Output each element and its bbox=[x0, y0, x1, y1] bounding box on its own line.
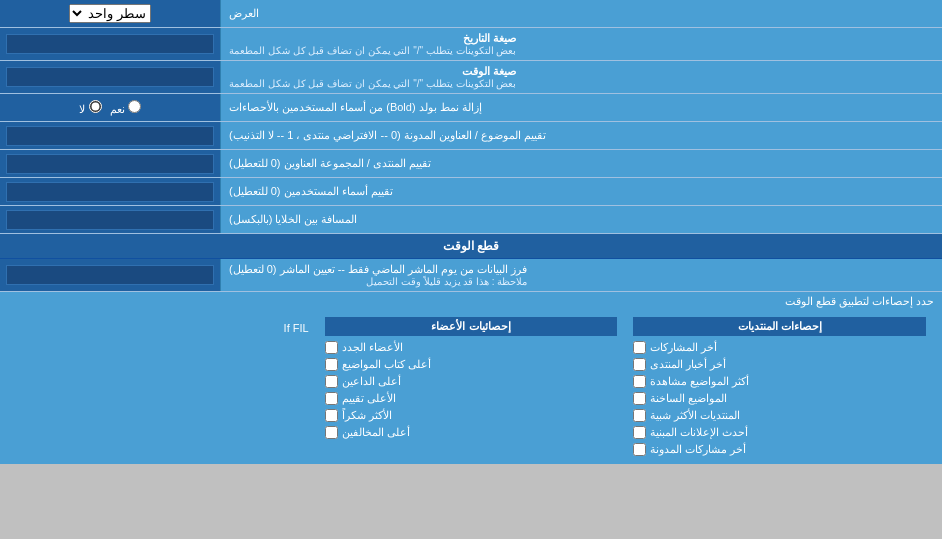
user-sort-input-area: 0 bbox=[0, 178, 220, 205]
bold-remove-row: إزالة نمط بولد (Bold) من أسماء المستخدمي… bbox=[0, 94, 942, 122]
col3-label: If FIL bbox=[284, 322, 309, 334]
topic-sort-input[interactable]: 33 bbox=[6, 126, 214, 146]
time-format-label: صيغة الوقت بعض التكوينات يتطلب "/" التي … bbox=[220, 61, 942, 93]
member-top-posters: أعلى الداعين bbox=[325, 373, 618, 390]
cb-top-posters[interactable] bbox=[325, 375, 338, 388]
cb-last-news[interactable] bbox=[633, 358, 646, 371]
bold-remove-input-area: نعم لا bbox=[0, 94, 220, 121]
cutoff-sublabel: ملاحظة : هذا قد يزيد قليلاً وقت التحميل bbox=[229, 276, 527, 287]
topic-sort-label: تقييم الموضوع / العناوين المدونة (0 -- ا… bbox=[220, 122, 942, 149]
forum-blog-posts: أخر مشاركات المدونة bbox=[633, 441, 926, 458]
bold-remove-text: إزالة نمط بولد (Bold) من أسماء المستخدمي… bbox=[229, 101, 482, 114]
forum-sort-input-area: 33 bbox=[0, 150, 220, 177]
item-spacing-row: المسافة بين الخلايا (بالبكسل) 2 bbox=[0, 206, 942, 234]
cb-hot-topics[interactable] bbox=[633, 392, 646, 405]
bottom-cutoff-label: حدد إحصاءات لتطبيق قطع الوقت bbox=[785, 295, 934, 307]
date-format-input-area: d-m bbox=[0, 28, 220, 60]
radio-no[interactable] bbox=[89, 100, 102, 113]
forum-latest-announcements: أحدث الإعلانات المبنية bbox=[633, 424, 926, 441]
cb-announcements[interactable] bbox=[633, 426, 646, 439]
cutoff-section-title: قطع الوقت bbox=[443, 239, 499, 253]
header-text: العرض bbox=[229, 7, 259, 20]
forum-last-posts: أخر المشاركات bbox=[633, 339, 926, 356]
item-spacing-input[interactable]: 2 bbox=[6, 210, 214, 230]
cutoff-row: فرز البيانات من يوم الماشر الماضي فقط --… bbox=[0, 259, 942, 292]
checkbox-col-forums: إحصاءات المنتديات أخر المشاركات أخر أخبا… bbox=[625, 315, 934, 460]
forum-hot-topics: المواضيع الساخنة bbox=[633, 390, 926, 407]
member-top-violators: أعلى المخالفين bbox=[325, 424, 618, 441]
cutoff-input-area: 0 bbox=[0, 259, 220, 291]
cb-top-rated[interactable] bbox=[325, 392, 338, 405]
user-sort-row: تقييم أسماء المستخدمين (0 للتعطيل) 0 bbox=[0, 178, 942, 206]
user-sort-label: تقييم أسماء المستخدمين (0 للتعطيل) bbox=[220, 178, 942, 205]
cb-last-posts[interactable] bbox=[633, 341, 646, 354]
date-format-text: صيغة التاريخ bbox=[229, 32, 516, 45]
cb-blog-posts[interactable] bbox=[633, 443, 646, 456]
bottom-cutoff-label-row: حدد إحصاءات لتطبيق قطع الوقت bbox=[0, 292, 942, 311]
date-format-input[interactable]: d-m bbox=[6, 34, 214, 54]
forum-sort-row: تقييم المنتدى / المجموعة العناوين (0 للت… bbox=[0, 150, 942, 178]
item-spacing-input-area: 2 bbox=[0, 206, 220, 233]
member-stats-header: إحصائيات الأعضاء bbox=[325, 317, 618, 336]
cb-most-thanks[interactable] bbox=[325, 409, 338, 422]
radio-yes[interactable] bbox=[128, 100, 141, 113]
checkbox-col-members: إحصائيات الأعضاء الأعضاء الجدد أعلى كتاب… bbox=[317, 315, 626, 460]
time-format-input[interactable]: H:i bbox=[6, 67, 214, 87]
header-input-area: سطر واحد سطران ثلاثة أسطر bbox=[0, 0, 220, 27]
time-format-input-area: H:i bbox=[0, 61, 220, 93]
cutoff-text: فرز البيانات من يوم الماشر الماضي فقط --… bbox=[229, 263, 527, 276]
cb-new-members[interactable] bbox=[325, 341, 338, 354]
user-sort-input[interactable]: 0 bbox=[6, 182, 214, 202]
member-most-thanks: الأكثر شكراً bbox=[325, 407, 618, 424]
cb-most-viewed[interactable] bbox=[633, 375, 646, 388]
forum-sort-input[interactable]: 33 bbox=[6, 154, 214, 174]
member-new: الأعضاء الجدد bbox=[325, 339, 618, 356]
header-label: العرض bbox=[220, 0, 942, 27]
forum-stats-header: إحصاءات المنتديات bbox=[633, 317, 926, 336]
forum-sort-text: تقييم المنتدى / المجموعة العناوين (0 للت… bbox=[229, 157, 431, 170]
topic-sort-input-area: 33 bbox=[0, 122, 220, 149]
display-mode-dropdown[interactable]: سطر واحد سطران ثلاثة أسطر bbox=[69, 4, 151, 23]
forum-last-news: أخر أخبار المنتدى bbox=[633, 356, 926, 373]
cutoff-input[interactable]: 0 bbox=[6, 265, 214, 285]
checkboxes-grid: إحصاءات المنتديات أخر المشاركات أخر أخبا… bbox=[8, 315, 934, 460]
forum-most-viewed: أكثر المواضيع مشاهدة bbox=[633, 373, 926, 390]
bold-remove-label: إزالة نمط بولد (Bold) من أسماء المستخدمي… bbox=[220, 94, 942, 121]
checkbox-col-extra: If FIL bbox=[8, 315, 317, 460]
forum-similar: المنتديات الأكثر شبية bbox=[633, 407, 926, 424]
item-spacing-label: المسافة بين الخلايا (بالبكسل) bbox=[220, 206, 942, 233]
time-format-sublabel: بعض التكوينات يتطلب "/" التي يمكن ان تضا… bbox=[229, 78, 516, 89]
date-format-sublabel: بعض التكوينات يتطلب "/" التي يمكن ان تضا… bbox=[229, 45, 516, 56]
checkboxes-section: إحصاءات المنتديات أخر المشاركات أخر أخبا… bbox=[0, 311, 942, 464]
date-format-label: صيغة التاريخ بعض التكوينات يتطلب "/" الت… bbox=[220, 28, 942, 60]
time-format-row: صيغة الوقت بعض التكوينات يتطلب "/" التي … bbox=[0, 61, 942, 94]
member-top-writers: أعلى كتاب المواضيع bbox=[325, 356, 618, 373]
topic-sort-row: تقييم الموضوع / العناوين المدونة (0 -- ا… bbox=[0, 122, 942, 150]
item-spacing-text: المسافة بين الخلايا (بالبكسل) bbox=[229, 213, 358, 226]
radio-no-label: لا bbox=[79, 100, 101, 116]
forum-sort-label: تقييم المنتدى / المجموعة العناوين (0 للت… bbox=[220, 150, 942, 177]
cutoff-section-header: قطع الوقت bbox=[0, 234, 942, 259]
radio-yes-label: نعم bbox=[110, 100, 141, 116]
header-row: العرض سطر واحد سطران ثلاثة أسطر bbox=[0, 0, 942, 28]
cutoff-label: فرز البيانات من يوم الماشر الماضي فقط --… bbox=[220, 259, 942, 291]
time-format-text: صيغة الوقت bbox=[229, 65, 516, 78]
date-format-row: صيغة التاريخ بعض التكوينات يتطلب "/" الت… bbox=[0, 28, 942, 61]
cb-top-violators[interactable] bbox=[325, 426, 338, 439]
topic-sort-text: تقييم الموضوع / العناوين المدونة (0 -- ا… bbox=[229, 129, 546, 142]
cb-top-writers[interactable] bbox=[325, 358, 338, 371]
main-container: العرض سطر واحد سطران ثلاثة أسطر صيغة الت… bbox=[0, 0, 942, 464]
user-sort-text: تقييم أسماء المستخدمين (0 للتعطيل) bbox=[229, 185, 393, 198]
cb-similar-forums[interactable] bbox=[633, 409, 646, 422]
member-top-rated: الأعلى تقييم bbox=[325, 390, 618, 407]
